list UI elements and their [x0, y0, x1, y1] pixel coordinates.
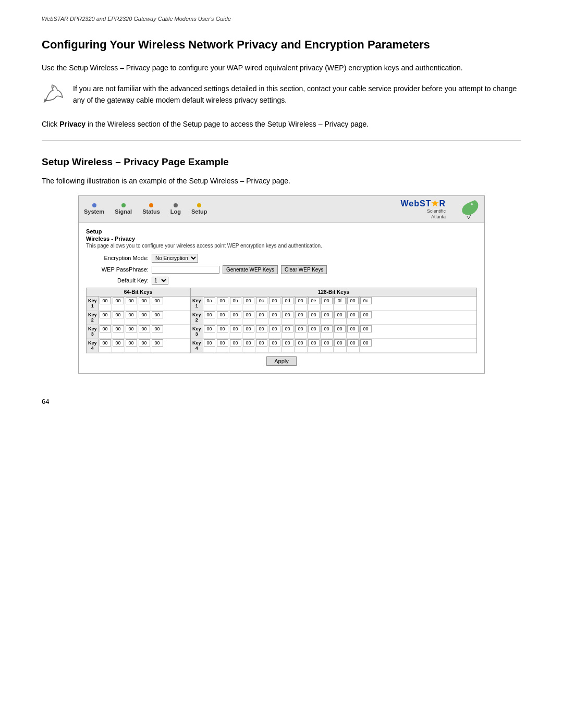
k3-128-3[interactable] — [230, 325, 241, 332]
nav-signal: Signal — [115, 203, 132, 215]
key1-f2-64[interactable] — [113, 297, 124, 304]
k3-128-5[interactable] — [256, 325, 267, 332]
nav-signal-label: Signal — [115, 208, 132, 215]
key1-f1-64[interactable] — [100, 297, 111, 304]
k3-128-6[interactable] — [269, 325, 280, 332]
k2-128-13[interactable] — [360, 311, 372, 318]
key3-f1-64[interactable] — [100, 325, 111, 332]
k1-128-12[interactable] — [347, 297, 359, 304]
k4-128-8[interactable] — [295, 339, 307, 347]
k2-128-10[interactable] — [321, 311, 333, 318]
k2-128-12[interactable] — [347, 311, 359, 318]
k4-128-10[interactable] — [321, 339, 333, 347]
k1-128-3[interactable] — [230, 297, 241, 304]
k2-128-8[interactable] — [295, 311, 307, 318]
key3-f5-64[interactable] — [152, 325, 163, 332]
k3-128-9[interactable] — [308, 325, 320, 332]
key2-f4-64[interactable] — [139, 311, 150, 318]
k3-128-13[interactable] — [360, 325, 372, 332]
key1-f5-64[interactable] — [152, 297, 163, 304]
k1-128-8[interactable] — [295, 297, 307, 304]
k3-128-12[interactable] — [347, 325, 359, 332]
k3-128-7[interactable] — [282, 325, 293, 332]
keys-128-header: 128-Bit Keys — [191, 288, 476, 297]
k3-128-4[interactable] — [243, 325, 254, 332]
key4-f5-64[interactable] — [152, 339, 163, 347]
k3-128-10[interactable] — [321, 325, 333, 332]
k2-128-6[interactable] — [269, 311, 280, 318]
key3-row-64: Key3 — [87, 325, 190, 339]
click-instruction: Click Privacy in the Wireless section of… — [42, 118, 521, 130]
webstar-logo-area: WebST★R ScientificAtlanta — [401, 199, 446, 220]
k1-128-2[interactable] — [217, 297, 228, 304]
encryption-mode-label: Encryption Mode: — [86, 255, 149, 261]
key1-label-128: Key1 — [191, 297, 203, 310]
k4-128-6[interactable] — [269, 339, 280, 347]
k2-128-2[interactable] — [217, 311, 228, 318]
key4-f4-64[interactable] — [139, 339, 150, 347]
k1-128-5[interactable] — [256, 297, 267, 304]
k4-128-5[interactable] — [256, 339, 267, 347]
k4-128-4[interactable] — [243, 339, 254, 347]
key2-f3-64[interactable] — [126, 311, 137, 318]
k4-128-1[interactable] — [204, 339, 215, 347]
k4-128-11[interactable] — [334, 339, 346, 347]
key2-row-128: Key2 — [191, 311, 476, 325]
k1-128-4[interactable] — [243, 297, 254, 304]
k4-128-13[interactable] — [360, 339, 372, 347]
k1-128-10[interactable] — [321, 297, 333, 304]
k3-128-8[interactable] — [295, 325, 307, 332]
keys-64-group: 64-Bit Keys Key1 Key2 — [86, 288, 190, 353]
k2-128-11[interactable] — [334, 311, 346, 318]
key2-f1-64[interactable] — [100, 311, 111, 318]
key4-f1-64[interactable] — [100, 339, 111, 347]
k1-128-1[interactable] — [204, 297, 215, 304]
k2-128-4[interactable] — [243, 311, 254, 318]
encryption-mode-select[interactable]: No Encryption 64-bit WEP 128-bit WEP — [152, 254, 198, 263]
warning-text: If you are not familiar with the advance… — [73, 83, 521, 106]
k2-128-3[interactable] — [230, 311, 241, 318]
k2-128-5[interactable] — [256, 311, 267, 318]
key1-f4-64[interactable] — [139, 297, 150, 304]
key3-f4-64[interactable] — [139, 325, 150, 332]
k1-128-9[interactable] — [308, 297, 320, 304]
nav-dot-log — [174, 203, 178, 207]
nav-dot-setup — [197, 203, 201, 207]
key2-label-128: Key2 — [191, 311, 203, 324]
default-key-select[interactable]: 1 2 3 4 — [152, 277, 168, 285]
k3-128-11[interactable] — [334, 325, 346, 332]
k2-128-9[interactable] — [308, 311, 320, 318]
key2-f2-64[interactable] — [113, 311, 124, 318]
k4-128-2[interactable] — [217, 339, 228, 347]
clear-wep-button[interactable]: Clear WEP Keys — [281, 265, 327, 274]
key4-f2-64[interactable] — [113, 339, 124, 347]
k1-128-13[interactable] — [360, 297, 372, 304]
key4-f3-64[interactable] — [126, 339, 137, 347]
k1-128-6[interactable] — [269, 297, 280, 304]
generate-wep-button[interactable]: Generate WEP Keys — [223, 265, 278, 274]
keys-64-header: 64-Bit Keys — [87, 288, 190, 297]
wep-passphrase-label: WEP PassPhrase: — [86, 266, 149, 273]
key3-f2-64[interactable] — [113, 325, 124, 332]
warning-icon — [42, 81, 67, 109]
k2-128-1[interactable] — [204, 311, 215, 318]
key3-f3-64[interactable] — [126, 325, 137, 332]
nav-status-label: Status — [142, 208, 160, 215]
k1-128-11[interactable] — [334, 297, 346, 304]
k4-128-3[interactable] — [230, 339, 241, 347]
page-header: WebSTAR DPR2320 and EPR2320 Gateway Cabl… — [42, 16, 521, 22]
k4-128-9[interactable] — [308, 339, 320, 347]
k1-128-7[interactable] — [282, 297, 293, 304]
key4-row-128: Key4 — [191, 339, 476, 353]
k3-128-2[interactable] — [217, 325, 228, 332]
key1-f3-64[interactable] — [126, 297, 137, 304]
key2-f5-64[interactable] — [152, 311, 163, 318]
k4-128-12[interactable] — [347, 339, 359, 347]
k3-128-1[interactable] — [204, 325, 215, 332]
k2-128-7[interactable] — [282, 311, 293, 318]
k4-128-7[interactable] — [282, 339, 293, 347]
nav-bar: System Signal Status Log Setup WebST★R S… — [79, 196, 484, 223]
screenshot-frame: System Signal Status Log Setup WebST★R S… — [78, 195, 485, 374]
wep-passphrase-input[interactable] — [152, 266, 219, 274]
apply-button[interactable]: Apply — [266, 356, 297, 366]
